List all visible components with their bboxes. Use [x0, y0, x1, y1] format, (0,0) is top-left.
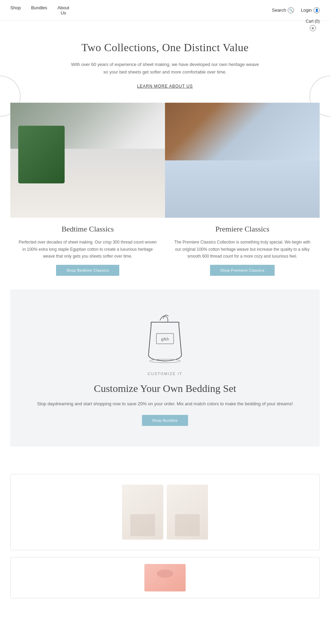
- search-label: Search: [272, 8, 286, 13]
- customize-title: Customize Your Own Bedding Set: [21, 383, 309, 394]
- product-images-row-1: [122, 485, 208, 540]
- premiere-title: Premiere Classics: [215, 225, 269, 234]
- bedtime-image: [10, 103, 165, 218]
- shop-bedtime-button[interactable]: Shop Bedtime Classics: [56, 265, 119, 276]
- collection-bedtime: Bedtime Classics Perfected over decades …: [10, 103, 165, 276]
- hero-section: Two Collections, One Distinct Value With…: [0, 21, 330, 103]
- login-label: Login: [301, 8, 312, 13]
- nav-shop[interactable]: Shop: [10, 5, 21, 10]
- search-button[interactable]: Search 🔍: [272, 7, 294, 13]
- collection-premiere: Premiere Classics The Premiere Classics …: [165, 103, 320, 276]
- product-card-2: [10, 557, 320, 598]
- collections-section: Bedtime Classics Perfected over decades …: [0, 103, 330, 276]
- nav-left: Shop Bundles About Us: [10, 5, 69, 15]
- navigation: Shop Bundles About Us Search 🔍 Login 👤 C…: [0, 0, 330, 21]
- hero-content: Two Collections, One Distinct Value With…: [0, 21, 330, 103]
- login-button[interactable]: Login 👤: [301, 7, 320, 13]
- nav-bundles[interactable]: Bundles: [31, 5, 47, 10]
- customize-section: g&b CUSTOMIZE IT Customize Your Own Bedd…: [10, 290, 320, 447]
- shop-premiere-button[interactable]: Shop Premiere Classics: [210, 265, 275, 276]
- premiere-image: [165, 103, 320, 218]
- product-card-1: [10, 474, 320, 550]
- bedtime-description: Perfected over decades of sheet making. …: [10, 239, 165, 260]
- nav-about[interactable]: About Us: [57, 5, 69, 15]
- product-image-1a: [122, 485, 163, 540]
- hero-subtitle: With over 60 years of experience of shee…: [34, 61, 296, 76]
- learn-more-link[interactable]: LEARN MORE ABOUT US: [137, 84, 193, 89]
- premiere-description: The Premiere Classics Collection is some…: [165, 239, 320, 260]
- nav-right: Search 🔍 Login 👤: [272, 7, 320, 13]
- bedtime-title: Bedtime Classics: [62, 225, 114, 234]
- customize-description: Stop daydreaming and start shopping now …: [21, 401, 309, 406]
- customize-label: CUSTOMIZE IT: [21, 372, 309, 376]
- bottom-products: [0, 467, 330, 598]
- product-image-1b: [167, 485, 208, 540]
- search-icon: 🔍: [288, 7, 294, 13]
- shop-bundles-button[interactable]: Shop Bundles: [142, 415, 188, 426]
- svg-text:g&b: g&b: [161, 336, 169, 341]
- bag-illustration: g&b: [144, 310, 186, 365]
- hero-title: Two Collections, One Distinct Value: [34, 41, 296, 54]
- person-icon: 👤: [314, 7, 320, 13]
- product-image-2: [144, 564, 186, 591]
